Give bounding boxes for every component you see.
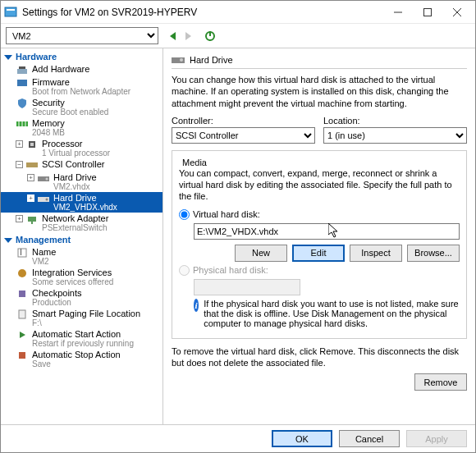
svg-rect-34 [19,352,25,359]
svg-rect-19 [30,143,34,146]
paging-icon [16,309,29,320]
svg-rect-0 [5,7,16,16]
info-icon: i [194,299,199,312]
controller-icon [25,159,39,171]
svg-rect-11 [17,69,27,74]
browse-button[interactable]: Browse... [407,245,460,262]
location-label: Location: [323,116,467,126]
tree-network[interactable]: + Network AdapterPSExternalSwitch [1,213,162,233]
svg-marker-7 [185,32,191,40]
stop-action-icon [16,350,29,361]
expand-icon[interactable]: + [16,140,23,148]
nav-forward-icon[interactable] [183,31,193,41]
svg-text:I: I [20,248,22,257]
tree-scsi[interactable]: − SCSI Controller [1,158,162,172]
remove-description: To remove the virtual hard disk, click R… [172,345,467,369]
app-icon [4,6,17,19]
media-description: You can compact, convert, expand, merge,… [179,167,460,203]
disk-icon [172,55,185,65]
add-hardware-icon [16,64,29,76]
tree-processor[interactable]: + Processor1 Virtual processor [1,138,162,158]
window-title: Settings for VM2 on SVR2019-HYPERV [22,7,383,18]
expand-icon[interactable]: + [27,174,34,181]
shield-icon [16,98,29,109]
start-action-icon [16,329,29,341]
inspect-button[interactable]: Inspect [350,245,402,262]
memory-icon [16,118,29,130]
titlebar: Settings for VM2 on SVR2019-HYPERV [1,1,475,24]
physical-radio-row: Physical hard disk: [179,265,460,276]
tree-harddrive-1[interactable]: + Hard DriveVM2.vhdx [1,172,162,192]
svg-point-22 [46,178,48,181]
expand-icon[interactable]: + [16,215,23,222]
svg-rect-31 [19,291,25,297]
vm-selector[interactable]: VM2 [6,27,158,44]
maximize-button[interactable] [413,1,442,24]
physical-radio-label: Physical hard disk: [193,265,268,275]
edit-button[interactable]: Edit [292,245,345,262]
vhd-path-input[interactable] [194,223,460,240]
power-icon[interactable] [204,30,216,42]
nav-back-icon[interactable] [168,31,178,41]
vhd-radio-label: Virtual hard disk: [193,209,260,219]
controller-select[interactable]: SCSI Controller [172,127,315,144]
tree-paging[interactable]: Smart Paging File LocationF:\ [1,308,162,328]
hardware-header: Hardware [1,50,162,63]
remove-button[interactable]: Remove [414,373,467,391]
detail-pane: Hard Drive You can change how this virtu… [163,48,475,424]
tree-memory[interactable]: Memory2048 MB [1,117,162,138]
detail-description: You can change how this virtual hard dis… [172,74,467,109]
expand-icon[interactable]: + [27,194,34,202]
svg-marker-33 [20,332,25,338]
media-group-title: Media [179,158,210,167]
svg-marker-6 [170,32,176,40]
tree-security[interactable]: SecuritySecure Boot enabled [1,97,162,117]
physical-radio [179,265,190,276]
svg-rect-32 [19,310,25,318]
dialog-footer: OK Cancel Apply [1,424,475,452]
location-select[interactable]: 1 (in use) [323,127,467,144]
name-icon: I [16,247,29,259]
svg-rect-12 [19,66,25,69]
controller-label: Controller: [172,116,315,126]
toolbar: VM2 [1,24,475,48]
svg-rect-25 [28,217,36,222]
disk-icon [37,172,50,184]
minimize-button[interactable] [383,1,413,24]
disk-icon [37,193,50,204]
apply-button: Apply [406,430,467,447]
ok-button[interactable]: OK [272,430,332,447]
svg-rect-13 [17,80,27,86]
svg-marker-10 [4,55,12,60]
tree-add-hardware[interactable]: Add Hardware [1,63,162,76]
svg-point-36 [180,58,183,62]
physical-select-disabled [194,279,300,295]
integration-icon [16,268,29,279]
svg-rect-1 [7,9,15,11]
svg-rect-3 [424,8,432,16]
firmware-icon [16,77,29,89]
tree-stop-action[interactable]: Automatic Stop ActionSave [1,349,162,369]
svg-rect-20 [26,162,38,167]
svg-point-24 [46,199,48,201]
management-header: Management [1,233,162,246]
detail-heading: Hard Drive [190,55,233,65]
tree-firmware[interactable]: FirmwareBoot from Network Adapter [1,76,162,97]
info-text: If the physical hard disk you want to us… [204,299,460,328]
tree-start-action[interactable]: Automatic Start ActionRestart if previou… [1,328,162,349]
new-button[interactable]: New [235,245,287,262]
vhd-radio-row[interactable]: Virtual hard disk: [179,209,460,220]
checkpoint-icon [16,288,29,300]
svg-point-30 [18,269,26,277]
close-button[interactable] [442,1,472,24]
tree-integration[interactable]: Integration ServicesSome services offere… [1,267,162,287]
network-icon [25,213,39,225]
collapse-icon[interactable]: − [16,161,23,168]
cancel-button[interactable]: Cancel [339,430,400,447]
tree-name[interactable]: I NameVM2 [1,246,162,267]
settings-tree[interactable]: Hardware Add Hardware FirmwareBoot from … [1,48,163,424]
media-group: Media You can compact, convert, expand, … [172,150,467,339]
tree-harddrive-2[interactable]: + Hard DriveVM2_VHDX.vhdx [1,192,162,213]
vhd-radio[interactable] [179,209,190,220]
tree-checkpoints[interactable]: CheckpointsProduction [1,287,162,308]
